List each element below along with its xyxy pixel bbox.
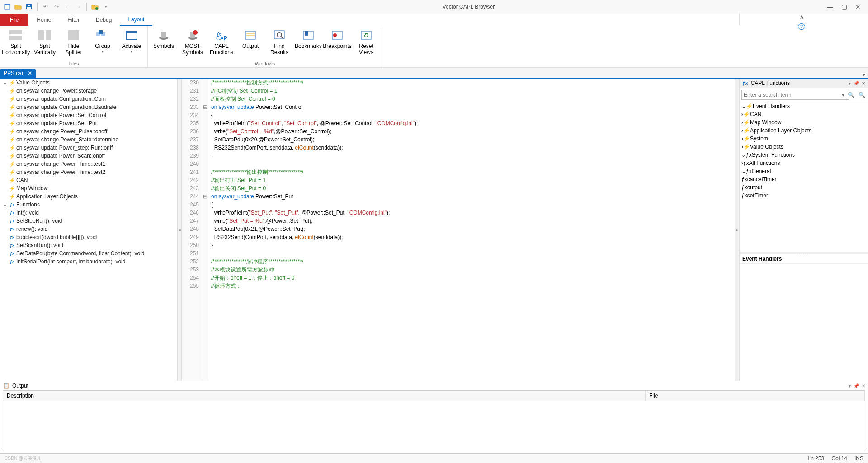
tab-layout[interactable]: Layout [120,14,152,26]
tree-sysvar-8[interactable]: ⚡on sysvar update Power_Scan::onoff [0,152,177,160]
tree-sysvar-5[interactable]: ⚡on sysvar change Power_Pulse::onoff [0,127,177,136]
symbols-button[interactable]: Symbols [151,28,176,50]
maximize-button[interactable]: ▢ [841,3,847,10]
search-binoculars-icon[interactable]: 🔍 [846,90,855,99]
tree-sysvar-6[interactable]: ⚡on sysvar change Power_State::determine [0,136,177,144]
close-window-button[interactable]: ✕ [855,3,861,10]
right-collapse-handle[interactable]: ▸ [735,79,739,381]
file-tab-menu-icon[interactable]: ▾ [860,71,868,78]
tree-func-1[interactable]: ƒxSetStepRun(): void [0,217,177,225]
left-collapse-handle[interactable]: ◂ [177,79,182,381]
qat-open-icon[interactable] [14,2,23,11]
tab-file[interactable]: File [0,14,28,26]
find-results-button[interactable]: Find Results [267,28,292,56]
tree-func-6[interactable]: ƒxInitSerialPort(int comport, int baudar… [0,257,177,266]
rtree-gen-0[interactable]: ƒxcancelTimer [740,175,868,183]
editor-fold-column[interactable]: ⊟ ⊟ [202,79,208,381]
svg-point-33 [333,33,337,37]
split-horizontally-button[interactable]: Split Horizontally [4,28,28,56]
tree-sysvar-7[interactable]: ⚡on sysvar update Power_step::Run::onff [0,144,177,152]
tree-functions[interactable]: ⌄ƒxFunctions [0,201,177,209]
tree-app-layer[interactable]: ⚡Application Layer Objects [0,192,177,201]
panel-close-icon[interactable]: ✕ [862,81,865,86]
tree-sysvar-2[interactable]: ⚡on sysvar update Configuration::Baudrat… [0,103,177,111]
rtree-gen-1[interactable]: ƒxoutput [740,183,868,192]
tree-func-4[interactable]: ƒxSetScanRun(): void [0,241,177,249]
output-panel: 📋 Output ▾ 📌 ✕ Description File [0,381,868,453]
rtree-sys-func[interactable]: ⌄ƒxSystem Functions [740,151,868,159]
tab-filter[interactable]: Filter [59,14,88,26]
qat-more-icon[interactable]: ▾ [101,2,110,11]
qat-undo-icon[interactable]: ↶ [41,2,50,11]
qat-back-icon[interactable]: ← [63,2,72,11]
tree-func-0[interactable]: ƒxInt(): void [0,209,177,217]
tree-func-5[interactable]: ƒxSetDataPdu(byte Commandword, float Con… [0,249,177,257]
tree-sysvar-0[interactable]: ⚡on sysvar change Power::storage [0,87,177,95]
file-tab-strip: PPS.can ✕ ▾ [0,68,868,79]
tree-func-3[interactable]: ƒxbubblesort(dword bubble[][]): void [0,233,177,241]
tree-sysvar-1[interactable]: ⚡on sysvar update Configuration::Com [0,95,177,103]
status-bar: CSDN @云溪溪儿 Ln 253 Col 14 INS [0,453,868,463]
rtree-gen-2[interactable]: ƒxsetTimer [740,192,868,200]
tree-value-objects[interactable]: ⌄⚡Value Objects [0,79,177,87]
main-area: ⌄⚡Value Objects⚡on sysvar change Power::… [0,79,868,381]
title-bar: ↶ ↷ ← → ▾ Vector CAPL Browser — ▢ ✕ [0,0,868,14]
rtree-eh-4[interactable]: ›⚡Value Objects [740,143,868,151]
help-icon[interactable]: ? [798,23,805,30]
tab-home[interactable]: Home [28,14,59,26]
editor-code-area[interactable]: /****************控制方式****************///… [208,79,735,381]
rtree-eh-1[interactable]: ›⚡Map Window [740,118,868,126]
file-tab-close-icon[interactable]: ✕ [28,70,32,76]
minimize-button[interactable]: — [827,3,833,10]
output-col-file[interactable]: File [646,391,865,401]
rtree-eh-3[interactable]: ›⚡System [740,135,868,143]
output-button[interactable]: Output [238,28,263,50]
rtree-eh-2[interactable]: ›⚡Application Layer Objects [740,126,868,135]
browser-tree[interactable]: ⌄⚡Value Objects⚡on sysvar change Power::… [0,79,177,381]
file-tab-pps[interactable]: PPS.can ✕ [0,69,36,78]
tree-map-window[interactable]: ⚡Map Window [0,184,177,192]
reset-views-button[interactable]: Reset Views [354,28,378,56]
output-col-description[interactable]: Description [3,391,646,401]
search-highlight-icon[interactable]: 🔍 [857,90,866,99]
tree-sysvar-10[interactable]: ⚡on sysvar change Power_Time::test2 [0,168,177,176]
rtree-event-handlers[interactable]: ⌄⚡Event Handlers [740,102,868,110]
rtree-eh-0[interactable]: ›⚡CAN [740,110,868,118]
detail-pane: Event Handlers [740,254,868,381]
svg-rect-15 [126,31,137,33]
output-pin-icon[interactable]: 📌 [854,383,859,388]
svg-rect-34 [361,31,371,39]
qat-new-icon[interactable] [3,2,12,11]
qat-save-icon[interactable] [24,2,33,11]
rtree-general[interactable]: ⌄ƒxGeneral [740,167,868,175]
hide-splitter-button[interactable]: Hide Splitter [61,28,86,56]
qat-redo-icon[interactable]: ↷ [52,2,61,11]
tab-debug[interactable]: Debug [88,14,120,26]
activate-button[interactable]: Activate▾ [119,28,144,54]
svg-point-5 [95,7,98,10]
tree-sysvar-3[interactable]: ⚡on sysvar update Power::Set_Control [0,111,177,119]
breakpoints-button[interactable]: Breakpoints [325,28,349,50]
code-editor[interactable]: 2302312322332342352362372382392402412422… [182,79,735,381]
rtree-all-func[interactable]: ›ƒxAll Functions [740,159,868,167]
ribbon-group-windows: Symbols MOST Symbols fxCAPLCAPL Function… [148,26,382,67]
tree-func-2[interactable]: ƒxrenew(): void [0,225,177,233]
group-button[interactable]: Group▾ [90,28,115,54]
panel-menu-icon[interactable]: ▾ [849,81,851,86]
tree-can[interactable]: ⚡CAN [0,176,177,184]
capl-function-tree[interactable]: ⌄⚡Event Handlers›⚡CAN›⚡Map Window›⚡Appli… [740,102,868,252]
collapse-ribbon-icon[interactable]: ʌ [800,14,803,20]
output-close-icon[interactable]: ✕ [862,383,865,388]
bookmarks-button[interactable]: Bookmarks [296,28,321,50]
output-menu-icon[interactable]: ▾ [849,383,851,388]
tree-sysvar-4[interactable]: ⚡on sysvar update Power::Set_Put [0,119,177,127]
qat-fwd-icon[interactable]: → [74,2,83,11]
tree-sysvar-9[interactable]: ⚡on sysvar change Power_Time::test1 [0,160,177,168]
split-vertically-button[interactable]: Split Vertically [33,28,57,56]
qat-folder-icon[interactable] [90,2,99,11]
panel-pin-icon[interactable]: 📌 [854,81,859,86]
output-grid[interactable]: Description File [3,390,865,451]
capl-functions-button[interactable]: fxCAPLCAPL Functions [209,28,234,56]
most-symbols-button[interactable]: MOST Symbols [180,28,205,56]
capl-search-input[interactable] [741,90,849,100]
